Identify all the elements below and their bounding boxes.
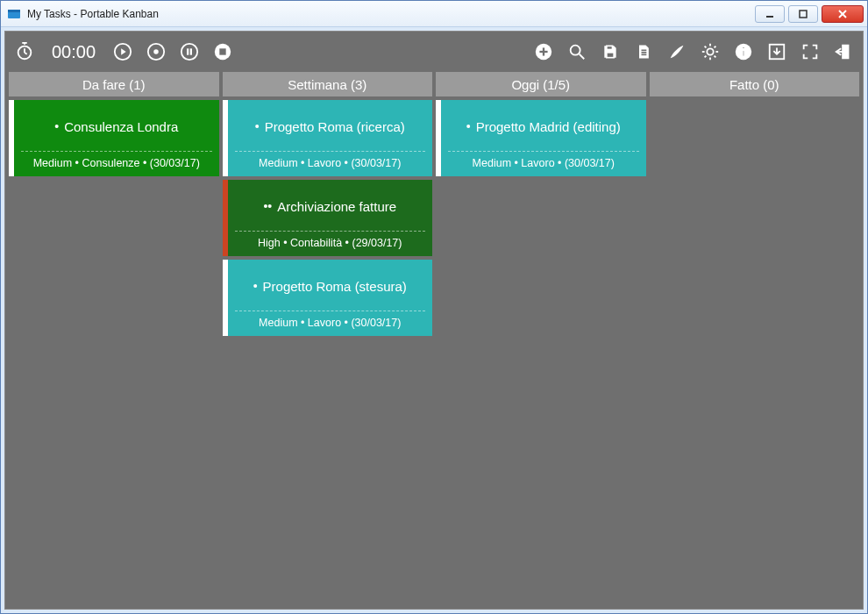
svg-line-24 bbox=[580, 54, 585, 60]
column-header-fatto[interactable]: Fatto (0) bbox=[650, 72, 860, 96]
app-body: 00:00 bbox=[4, 31, 864, 610]
card-title-text: Progetto Madrid (editing) bbox=[476, 119, 621, 134]
card[interactable]: • Progetto Roma (ricerca) Medium • Lavor… bbox=[223, 100, 433, 176]
card-title: •• Archiviazione fatture bbox=[235, 189, 426, 227]
card[interactable]: • Consulenza Londra Medium • Consulenze … bbox=[9, 100, 219, 176]
svg-rect-3 bbox=[800, 11, 807, 18]
minimize-button[interactable] bbox=[755, 5, 785, 23]
save-icon[interactable] bbox=[600, 41, 621, 62]
step-icon[interactable] bbox=[146, 41, 167, 62]
svg-point-30 bbox=[707, 48, 713, 54]
card-meta: Medium • Lavoro • (30/03/17) bbox=[235, 151, 426, 169]
window-title: My Tasks - Portable Kanban bbox=[27, 8, 751, 20]
card-title: • Progetto Roma (ricerca) bbox=[235, 109, 426, 147]
priority-dots: • bbox=[255, 119, 260, 133]
card[interactable]: • Progetto Roma (stesura) Medium • Lavor… bbox=[223, 260, 433, 336]
column-header-dafare[interactable]: Da fare (1) bbox=[9, 72, 219, 96]
svg-point-40 bbox=[743, 46, 745, 49]
card-title: • Progetto Roma (stesura) bbox=[235, 268, 426, 307]
card-title-text: Progetto Roma (ricerca) bbox=[265, 119, 405, 134]
svg-point-23 bbox=[571, 46, 580, 55]
svg-line-8 bbox=[25, 53, 27, 54]
priority-dots: • bbox=[253, 279, 258, 293]
titlebar[interactable]: My Tasks - Portable Kanban bbox=[1, 1, 867, 27]
info-icon[interactable] bbox=[733, 41, 754, 62]
brush-icon[interactable] bbox=[666, 41, 687, 62]
maximize-button[interactable] bbox=[788, 5, 818, 23]
svg-line-37 bbox=[705, 56, 707, 58]
svg-rect-25 bbox=[607, 46, 613, 49]
window-buttons bbox=[751, 5, 864, 23]
svg-line-38 bbox=[715, 46, 716, 48]
app-window: My Tasks - Portable Kanban 00:00 bbox=[0, 0, 868, 614]
svg-rect-19 bbox=[219, 48, 225, 54]
svg-point-15 bbox=[181, 44, 197, 60]
svg-line-36 bbox=[715, 56, 716, 58]
priority-dots: • bbox=[54, 119, 59, 133]
exit-icon[interactable] bbox=[833, 41, 854, 62]
import-icon[interactable] bbox=[766, 41, 787, 62]
plus-icon[interactable] bbox=[533, 41, 554, 62]
svg-rect-41 bbox=[743, 50, 744, 56]
column-dafare[interactable]: • Consulenza Londra Medium • Consulenze … bbox=[9, 100, 219, 176]
timer-value: 00:00 bbox=[47, 42, 100, 62]
column-settimana[interactable]: • Progetto Roma (ricerca) Medium • Lavor… bbox=[223, 100, 433, 336]
card-title: • Consulenza Londra bbox=[21, 109, 212, 147]
svg-rect-1 bbox=[8, 10, 20, 12]
column-header-settimana[interactable]: Settimana (3) bbox=[223, 72, 433, 96]
column-oggi[interactable]: • Progetto Madrid (editing) Medium • Lav… bbox=[436, 100, 646, 176]
svg-point-14 bbox=[153, 49, 159, 54]
svg-marker-12 bbox=[121, 48, 126, 54]
clock-icon[interactable] bbox=[14, 41, 35, 62]
card-meta: High • Contabilità • (29/03/17) bbox=[235, 231, 426, 249]
pause-icon[interactable] bbox=[179, 41, 200, 62]
card-meta: Medium • Consulenze • (30/03/17) bbox=[21, 151, 212, 169]
card[interactable]: •• Archiviazione fatture High • Contabil… bbox=[223, 180, 433, 256]
column-header-oggi[interactable]: Oggi (1/5) bbox=[436, 72, 646, 96]
card-title-text: Consulenza Londra bbox=[64, 119, 178, 134]
card-meta: Medium • Lavoro • (30/03/17) bbox=[448, 151, 639, 169]
priority-dots: •• bbox=[263, 199, 272, 213]
gear-icon[interactable] bbox=[700, 41, 721, 62]
search-icon[interactable] bbox=[566, 41, 587, 62]
priority-dots: • bbox=[466, 119, 471, 133]
board: • Consulenza Londra Medium • Consulenze … bbox=[5, 96, 863, 609]
card-title: • Progetto Madrid (editing) bbox=[448, 109, 639, 147]
card-title-text: Progetto Roma (stesura) bbox=[263, 279, 407, 294]
column-headers: Da fare (1) Settimana (3) Oggi (1/5) Fat… bbox=[5, 72, 863, 96]
fullscreen-icon[interactable] bbox=[800, 41, 821, 62]
svg-line-35 bbox=[705, 46, 707, 48]
document-icon[interactable] bbox=[633, 41, 654, 62]
play-icon[interactable] bbox=[112, 41, 133, 62]
card-meta: Medium • Lavoro • (30/03/17) bbox=[235, 311, 426, 329]
card-title-text: Archiviazione fatture bbox=[277, 199, 396, 214]
close-button[interactable] bbox=[822, 5, 864, 23]
card[interactable]: • Progetto Madrid (editing) Medium • Lav… bbox=[436, 100, 646, 176]
app-icon bbox=[6, 6, 22, 22]
toolbar: 00:00 bbox=[5, 32, 863, 72]
svg-rect-26 bbox=[607, 53, 614, 58]
stop-icon[interactable] bbox=[212, 41, 233, 62]
